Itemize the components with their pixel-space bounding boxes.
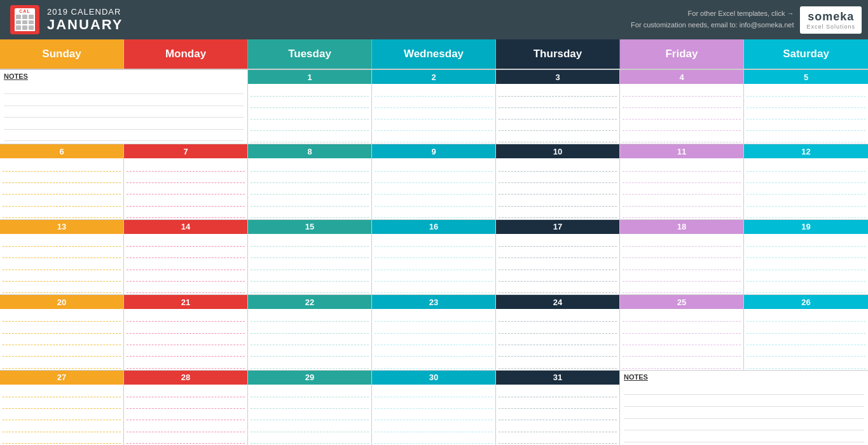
header-saturday: Saturday (744, 39, 868, 69)
day-number-21: 21 (124, 295, 247, 309)
day-lines-9 (372, 158, 495, 219)
day-lines-17 (496, 234, 619, 294)
day-4: 4 (620, 70, 744, 144)
day-24: 24 (496, 295, 620, 369)
someka-logo-text: someka (808, 10, 854, 24)
notes-label-bottom: NOTES (624, 373, 864, 381)
day-lines-3 (496, 84, 619, 144)
day-number-5: 5 (744, 70, 868, 84)
day-16: 16 (372, 220, 496, 294)
day-6: 6 (0, 144, 124, 219)
day-18: 18 (620, 220, 744, 294)
day-lines-30 (372, 385, 495, 445)
day-12: 12 (744, 144, 868, 219)
day-number-8: 8 (248, 144, 371, 158)
day-number-20: 20 (0, 295, 123, 309)
day-number-12: 12 (744, 144, 868, 158)
day-10: 10 (496, 144, 620, 219)
day-number-1: 1 (248, 70, 371, 84)
day-number-23: 23 (372, 295, 495, 309)
day-lines-20 (0, 309, 123, 369)
header-wednesday: Wednesday (372, 39, 496, 69)
day-number-19: 19 (744, 220, 868, 234)
day-lines-21 (124, 309, 247, 369)
day-7: 7 (124, 144, 248, 219)
day-5: 5 (744, 70, 868, 144)
day-lines-7 (124, 158, 247, 219)
day-number-17: 17 (496, 220, 619, 234)
header-tuesday: Tuesday (248, 39, 372, 69)
day-lines-10 (496, 158, 619, 219)
day-lines-5 (744, 84, 868, 144)
day-30: 30 (372, 371, 496, 445)
day-lines-28 (124, 385, 247, 445)
day-lines-19 (744, 234, 868, 294)
day-8: 8 (248, 144, 372, 219)
day-26: 26 (744, 295, 868, 369)
day-lines-24 (496, 309, 619, 369)
notes-cell-topleft: NOTES (0, 70, 248, 144)
day-lines-13 (0, 234, 123, 294)
cal-row-1: NOTES 1 2 3 (0, 69, 868, 144)
day-number-14: 14 (124, 220, 247, 234)
header-title: 2019 CALENDAR JANUARY (47, 7, 123, 33)
day-lines-11 (620, 158, 743, 219)
day-number-30: 30 (372, 371, 495, 385)
day-2: 2 (372, 70, 496, 144)
day-number-24: 24 (496, 295, 619, 309)
day-number-31: 31 (496, 371, 619, 385)
day-lines-8 (248, 158, 371, 219)
someka-logo: someka Excel Solutions (800, 6, 862, 34)
day-number-22: 22 (248, 295, 371, 309)
day-29: 29 (248, 371, 372, 445)
day-lines-29 (248, 385, 371, 445)
day-number-26: 26 (744, 295, 868, 309)
day-lines-4 (620, 84, 743, 144)
someka-logo-sub: Excel Solutions (806, 24, 855, 30)
day-13: 13 (0, 220, 124, 294)
calendar-icon: CAL (10, 5, 39, 34)
day-number-3: 3 (496, 70, 619, 84)
day-headers: Sunday Monday Tuesday Wednesday Thursday… (0, 39, 868, 69)
day-number-28: 28 (124, 371, 247, 385)
day-number-27: 27 (0, 371, 123, 385)
cal-row-5: 27 28 29 30 31 (0, 370, 868, 445)
header-logo: CAL 2019 CALENDAR JANUARY (0, 5, 134, 34)
day-3: 3 (496, 70, 620, 144)
day-9: 9 (372, 144, 496, 219)
day-23: 23 (372, 295, 496, 369)
month-name: JANUARY (47, 17, 123, 33)
day-lines-18 (620, 234, 743, 294)
day-27: 27 (0, 371, 124, 445)
notes-lines-bottom (624, 383, 864, 442)
header: CAL 2019 CALENDAR JANUARY For other Exce… (0, 0, 868, 39)
day-19: 19 (744, 220, 868, 294)
day-number-2: 2 (372, 70, 495, 84)
day-number-16: 16 (372, 220, 495, 234)
day-lines-2 (372, 84, 495, 144)
day-lines-23 (372, 309, 495, 369)
day-lines-15 (248, 234, 371, 294)
cal-row-2: 6 7 8 9 10 (0, 144, 868, 219)
header-sunday: Sunday (0, 39, 124, 69)
header-friday: Friday (620, 39, 744, 69)
notes-label-top: NOTES (4, 72, 244, 80)
day-22: 22 (248, 295, 372, 369)
day-number-4: 4 (620, 70, 743, 84)
day-21: 21 (124, 295, 248, 369)
header-links: For other Excel templates, click → For c… (631, 8, 794, 31)
day-lines-14 (124, 234, 247, 294)
day-28: 28 (124, 371, 248, 445)
day-number-11: 11 (620, 144, 743, 158)
day-25: 25 (620, 295, 744, 369)
day-number-25: 25 (620, 295, 743, 309)
day-20: 20 (0, 295, 124, 369)
day-31: 31 (496, 371, 620, 445)
day-lines-1 (248, 84, 371, 144)
day-lines-31 (496, 385, 619, 445)
notes-cell-bottomright: NOTES (620, 371, 868, 445)
day-lines-25 (620, 309, 743, 369)
day-lines-27 (0, 385, 123, 445)
day-number-7: 7 (124, 144, 247, 158)
day-number-29: 29 (248, 371, 371, 385)
